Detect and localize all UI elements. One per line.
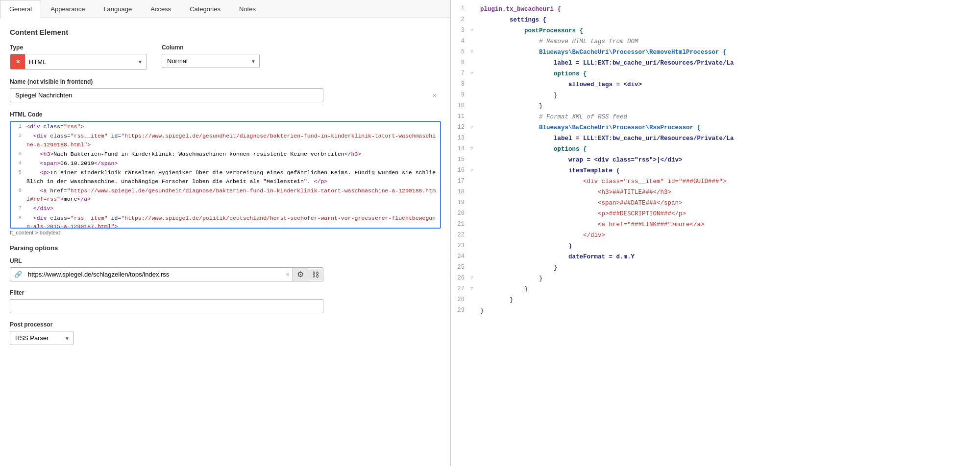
right-line-24: 24 dateFormat = d.m.Y xyxy=(451,252,980,262)
right-line-26: 26 ▽ } xyxy=(451,273,980,284)
code-line-5: 5 <p>In einer Kinderklinik rätselten Hyg… xyxy=(11,168,440,186)
right-line-2: 2 settings { xyxy=(451,15,980,25)
type-column-row: Type ✕ HTML ▼ Column Normal xyxy=(10,44,441,70)
right-line-10: 10 } xyxy=(451,101,980,112)
code-status: tt_content > bodytext xyxy=(10,230,441,235)
name-input-wrapper: × xyxy=(10,88,441,102)
url-clear-button[interactable]: × xyxy=(283,271,293,278)
name-input[interactable] xyxy=(10,88,323,102)
html-type-icon: ✕ xyxy=(10,54,25,69)
post-processor-select-wrapper: RSS Parser ▼ xyxy=(10,331,74,345)
tab-access[interactable]: Access xyxy=(141,0,180,18)
name-clear-button[interactable]: × xyxy=(433,92,437,99)
tab-notes[interactable]: Notes xyxy=(230,0,265,18)
column-group: Column Normal ▼ xyxy=(162,44,260,70)
filter-input[interactable] xyxy=(10,299,323,313)
name-label: Name (not visible in frontend) xyxy=(10,78,441,85)
tab-categories[interactable]: Categories xyxy=(180,0,230,18)
section-title: Content Element xyxy=(10,28,441,36)
parsing-header: Parsing options xyxy=(10,244,441,252)
right-line-27: 27 ▽ } xyxy=(451,284,980,295)
code-line-3: 3 <h3>Nach Bakterien-Fund in Kinderklini… xyxy=(11,149,440,159)
tab-appearance[interactable]: Appearance xyxy=(41,0,94,18)
right-line-21: 21 <a href="###LINK###">more</a> xyxy=(451,219,980,230)
column-select[interactable]: Normal xyxy=(162,54,260,68)
post-processor-label: Post processor xyxy=(10,321,441,328)
html-code-editor[interactable]: 1 <div class="rss"> 2 <div class="rss__i… xyxy=(10,121,441,229)
type-select[interactable]: HTML xyxy=(25,55,147,69)
right-line-12: 12 ▽ Blueways\BwCacheUri\Processor\RssPr… xyxy=(451,122,980,133)
html-code-section: HTML Code 1 <div class="rss"> 2 <div cla… xyxy=(10,111,441,235)
right-line-15: 15 wrap = <div class="rss">|</div> xyxy=(451,155,980,165)
right-line-5: 5 ▽ Blueways\BwCacheUri\Processor\Remove… xyxy=(451,47,980,58)
right-line-19: 19 <span>###DATE###</span> xyxy=(451,198,980,209)
right-line-6: 6 label = LLL:EXT:bw_cache_uri/Resources… xyxy=(451,58,980,69)
right-line-9: 9 } xyxy=(451,90,980,101)
right-line-22: 22 </div> xyxy=(451,230,980,241)
parsing-section: Parsing options URL 🔗 × ⚙ ⛓ Filter Pos xyxy=(10,244,441,345)
url-section: URL 🔗 × ⚙ ⛓ xyxy=(10,257,441,281)
tab-general[interactable]: General xyxy=(0,0,41,18)
right-line-13: 13 label = LLL:EXT:bw_cache_uri/Resource… xyxy=(451,133,980,144)
right-line-28: 28 } xyxy=(451,295,980,305)
right-line-25: 25 } xyxy=(451,262,980,273)
url-action-button[interactable]: ⚙ xyxy=(293,268,308,281)
right-line-4: 4 # Remove HTML tags from DOM xyxy=(451,36,980,47)
code-line-7: 7 </div> xyxy=(11,204,440,213)
tab-bar: General Appearance Language Access Categ… xyxy=(0,0,450,18)
post-processor-section: Post processor RSS Parser ▼ xyxy=(10,321,441,345)
tab-language[interactable]: Language xyxy=(94,0,141,18)
link-icon: 🔗 xyxy=(10,271,26,278)
code-line-8: 8 <div class="rss__item" id="https://www… xyxy=(11,213,440,229)
type-group: Type ✕ HTML ▼ xyxy=(10,44,147,70)
column-label: Column xyxy=(162,44,260,51)
right-line-17: 17 <div class="rss__item" id="###GUID###… xyxy=(451,176,980,187)
url-input-wrapper: 🔗 × ⚙ ⛓ xyxy=(10,267,323,281)
right-line-7: 7 ▽ options { xyxy=(451,69,980,79)
right-line-16: 16 ▽ itemTemplate ( xyxy=(451,165,980,176)
code-line-1: 1 <div class="rss"> xyxy=(11,122,440,131)
code-line-4: 4 <span>06.10.2019</span> xyxy=(11,159,440,168)
post-processor-select[interactable]: RSS Parser xyxy=(10,331,74,345)
code-line-2: 2 <div class="rss__item" id="https://www… xyxy=(11,131,440,149)
type-label: Type xyxy=(10,44,147,51)
url-open-button[interactable]: ⛓ xyxy=(308,269,323,280)
right-line-23: 23 ) xyxy=(451,241,980,252)
url-label: URL xyxy=(10,257,441,264)
filter-section: Filter xyxy=(10,289,441,313)
content-area: Content Element Type ✕ HTML ▼ Column xyxy=(0,18,450,466)
right-line-1: 1 plugin.tx_bwcacheuri { xyxy=(451,4,980,15)
right-line-14: 14 ▽ options { xyxy=(451,144,980,155)
right-line-8: 8 allowed_tags = <div> xyxy=(451,79,980,90)
name-section: Name (not visible in frontend) × xyxy=(10,78,441,102)
code-line-6: 6 <a href="https://www.spiegel.de/gesund… xyxy=(11,186,440,204)
right-line-11: 11 # Format XML of RSS feed xyxy=(451,112,980,122)
url-input[interactable] xyxy=(26,268,283,281)
right-line-29: 29 } xyxy=(451,305,980,316)
right-panel: 1 plugin.tx_bwcacheuri { 2 settings { 3 … xyxy=(451,0,980,466)
html-code-label: HTML Code xyxy=(10,111,441,118)
right-line-20: 20 <p>###DESCRIPTION###</p> xyxy=(451,209,980,219)
right-line-3: 3 ▽ postProcessors { xyxy=(451,25,980,36)
left-panel: General Appearance Language Access Categ… xyxy=(0,0,451,466)
filter-label: Filter xyxy=(10,289,441,296)
column-select-wrapper: Normal ▼ xyxy=(162,54,260,68)
right-line-18: 18 <h3>###TITLE###</h3> xyxy=(451,187,980,198)
